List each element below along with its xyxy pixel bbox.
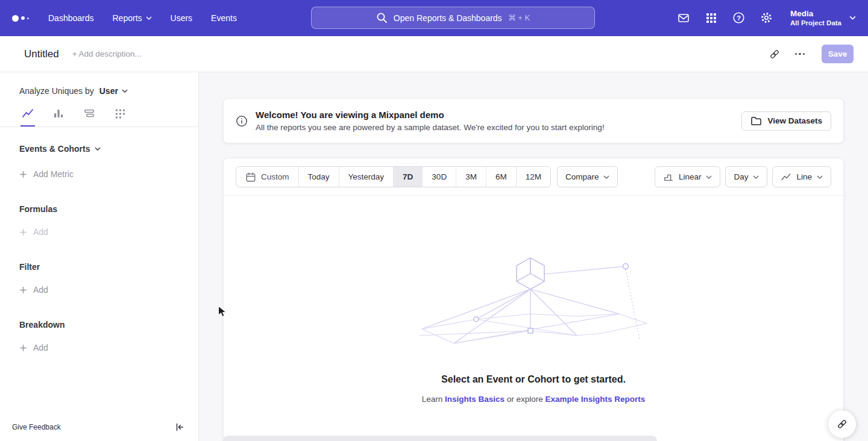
nav-dashboards[interactable]: Dashboards	[48, 13, 94, 23]
empty-state-title: Select an Event or Cohort to get started…	[224, 374, 843, 385]
date-range-custom-label: Custom	[261, 172, 289, 181]
range-label: Yesterday	[348, 172, 385, 181]
date-range-today[interactable]: Today	[298, 167, 339, 187]
tab-stacked-chart[interactable]	[82, 107, 96, 127]
nav-events-label: Events	[211, 13, 237, 23]
sidebar-footer: Give Feedback	[0, 422, 198, 441]
mixpanel-logo[interactable]	[12, 15, 47, 22]
learn-prefix: Learn	[422, 395, 443, 404]
top-navbar: Dashboards Reports Users Events Open Rep…	[0, 0, 868, 36]
date-range-30d[interactable]: 30D	[422, 167, 456, 187]
report-toolbar: Custom Today Yesterday 7D 30D 3M 6M 12M …	[224, 158, 843, 196]
chevron-down-icon	[146, 16, 152, 20]
more-options-icon[interactable]	[793, 51, 808, 58]
report-title[interactable]: Untitled	[24, 48, 59, 60]
stacked-chart-icon	[83, 107, 95, 119]
events-cohorts-label: Events & Cohorts	[19, 144, 90, 154]
events-cohorts-section-title[interactable]: Events & Cohorts	[19, 144, 198, 154]
add-formula-label: Add	[33, 227, 48, 237]
date-range-control: Custom Today Yesterday 7D 30D 3M 6M 12M	[236, 166, 551, 187]
copy-link-icon[interactable]	[769, 48, 781, 60]
analyze-by-dropdown[interactable]: User	[99, 86, 128, 96]
navbar-right: ? Media All Project Data	[677, 9, 856, 28]
nav-events[interactable]: Events	[211, 13, 237, 23]
chart-type-dropdown[interactable]: Line	[772, 166, 831, 187]
messages-icon[interactable]	[677, 12, 690, 24]
global-search[interactable]: Open Reports & Dashboards ⌘ + K	[311, 7, 595, 29]
search-shortcut: ⌘ + K	[508, 13, 530, 22]
analyze-row: Analyze Uniques by User	[19, 86, 198, 96]
add-filter-button[interactable]: Add	[19, 285, 48, 295]
nav-dashboards-label: Dashboards	[48, 13, 94, 23]
report-main-area: Welcome! You are viewing a Mixpanel demo…	[199, 72, 868, 441]
project-text: Media All Project Data	[790, 9, 841, 28]
help-icon[interactable]: ?	[732, 11, 745, 24]
project-selector[interactable]: Media All Project Data	[790, 9, 856, 28]
compare-label: Compare	[565, 172, 599, 181]
analyze-label: Analyze Uniques by	[19, 86, 94, 96]
folder-icon	[750, 116, 762, 126]
range-label: 30D	[432, 172, 447, 181]
chevron-down-icon	[849, 16, 856, 20]
chevron-down-icon	[817, 175, 823, 179]
chevron-down-icon	[122, 89, 128, 93]
date-range-yesterday[interactable]: Yesterday	[339, 167, 394, 187]
add-metric-button[interactable]: Add Metric	[19, 169, 74, 179]
settings-gear-icon[interactable]	[760, 11, 773, 24]
bottom-panel-peek	[223, 436, 657, 441]
apps-grid-icon[interactable]	[705, 12, 717, 24]
date-range-custom[interactable]: Custom	[236, 167, 298, 187]
nav-users[interactable]: Users	[171, 13, 193, 23]
explore-middle: or explore	[507, 395, 543, 404]
nav-reports-label: Reports	[113, 13, 142, 23]
filter-label: Filter	[19, 262, 40, 272]
chart-type-label: Line	[796, 172, 812, 181]
add-formula-button[interactable]: Add	[19, 227, 48, 237]
range-label: 7D	[403, 172, 413, 181]
interval-dropdown[interactable]: Day	[725, 166, 767, 187]
compare-dropdown[interactable]: Compare	[557, 166, 618, 187]
add-filter-label: Add	[33, 285, 48, 295]
tab-line-chart[interactable]	[20, 107, 35, 127]
project-name: Media	[790, 9, 841, 19]
report-header: Untitled + Add description... Save	[0, 36, 868, 72]
plus-icon	[19, 286, 27, 294]
info-icon	[236, 115, 248, 127]
range-label: 3M	[465, 172, 477, 181]
example-insights-reports-link[interactable]: Example Insights Reports	[546, 395, 646, 404]
analyze-by-value: User	[99, 86, 118, 96]
plus-icon	[19, 228, 27, 236]
tab-bar-chart[interactable]	[51, 107, 66, 127]
value-scale-dropdown[interactable]: Linear	[655, 166, 721, 187]
range-label: 12M	[526, 172, 541, 181]
date-range-6m[interactable]: 6M	[486, 167, 516, 187]
date-range-7d[interactable]: 7D	[393, 167, 422, 187]
date-range-12m[interactable]: 12M	[516, 167, 550, 187]
content-area: Analyze Uniques by User Events & Cohorts	[0, 72, 868, 441]
save-button[interactable]: Save	[822, 45, 854, 63]
measurement-tabs	[0, 107, 198, 127]
share-link-fab[interactable]	[828, 410, 856, 438]
linear-scale-icon	[663, 172, 674, 183]
value-scale-label: Linear	[679, 172, 702, 181]
tab-scatter-chart[interactable]	[113, 107, 127, 127]
collapse-sidebar-icon[interactable]	[174, 422, 185, 433]
view-datasets-label: View Datasets	[767, 116, 822, 125]
svg-text:?: ?	[737, 14, 741, 22]
welcome-title: Welcome! You are viewing a Mixpanel demo	[256, 110, 605, 120]
give-feedback-link[interactable]: Give Feedback	[12, 423, 61, 431]
formulas-label: Formulas	[19, 204, 57, 214]
chevron-down-icon	[95, 147, 101, 151]
insights-basics-link[interactable]: Insights Basics	[445, 395, 505, 404]
chart-controls: Linear Day Line	[655, 166, 831, 187]
add-breakdown-button[interactable]: Add	[19, 343, 48, 352]
view-datasets-button[interactable]: View Datasets	[741, 111, 831, 131]
primary-nav: Dashboards Reports Users Events	[48, 13, 237, 23]
breakdown-label: Breakdown	[19, 320, 64, 330]
insights-report-card: Custom Today Yesterday 7D 30D 3M 6M 12M …	[223, 158, 844, 441]
range-label: 6M	[495, 172, 507, 181]
empty-state: Select an Event or Cohort to get started…	[224, 256, 843, 404]
date-range-3m[interactable]: 3M	[456, 167, 486, 187]
report-description-placeholder[interactable]: + Add description...	[72, 49, 142, 58]
nav-reports[interactable]: Reports	[113, 13, 152, 23]
